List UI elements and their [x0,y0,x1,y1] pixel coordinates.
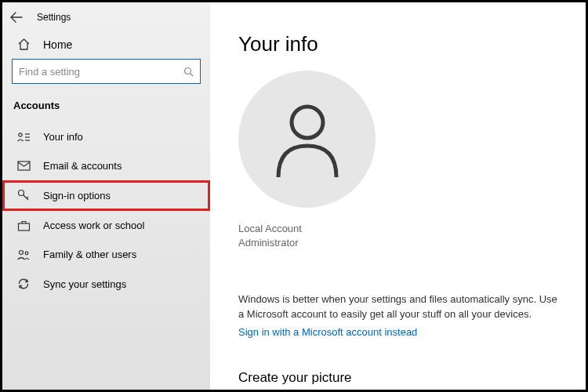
sign-in-ms-account-link[interactable]: Sign in with a Microsoft account instead [238,326,417,338]
account-role: Administrator [238,236,557,250]
sidebar-item-label: Sign-in options [43,190,111,201]
home-label: Home [43,38,72,51]
sidebar-item-label: Sync your settings [43,278,126,290]
sync-description: Windows is better when your settings and… [238,292,557,321]
profile-card-icon [16,132,31,143]
svg-point-12 [25,252,28,255]
home-nav[interactable]: Home [2,31,210,59]
page-title: Your info [238,32,557,56]
person-icon [272,100,343,179]
svg-line-1 [191,73,194,76]
sidebar-item-label: Your info [43,131,83,143]
window-title: Settings [37,12,71,23]
back-arrow-icon[interactable] [10,12,23,23]
key-icon [16,189,31,202]
avatar [238,71,376,208]
sidebar-item-label: Access work or school [43,220,144,231]
people-icon [16,249,31,260]
sync-icon [16,278,31,290]
sync-block: Windows is better when your settings and… [238,292,557,338]
search-input[interactable] [19,66,183,78]
create-picture-heading: Create your picture [238,370,557,386]
account-type: Local Account [238,222,557,236]
briefcase-icon [16,220,31,231]
svg-point-2 [18,132,21,136]
svg-point-11 [20,250,24,254]
search-box[interactable] [12,59,201,84]
svg-point-7 [18,191,24,196]
settings-window: Settings Home Accounts Your info [0,0,588,392]
sidebar-item-your-info[interactable]: Your info [2,122,210,151]
search-icon [183,67,194,77]
sidebar: Settings Home Accounts Your info [2,2,210,390]
sidebar-item-sync-settings[interactable]: Sync your settings [2,269,210,299]
topbar: Settings [2,9,210,31]
home-icon [16,38,31,51]
sidebar-item-label: Family & other users [43,249,136,260]
svg-point-13 [292,107,323,138]
sidebar-item-label: Email & accounts [43,160,122,172]
sidebar-item-email-accounts[interactable]: Email & accounts [2,151,210,180]
svg-line-9 [27,197,28,198]
mail-icon [16,161,31,171]
search-wrap [2,59,210,95]
sidebar-item-sign-in-options[interactable]: Sign-in options [2,180,210,211]
content-pane: Your info Local Account Administrator Wi… [210,2,586,390]
sidebar-item-family-users[interactable]: Family & other users [2,240,210,269]
svg-rect-10 [18,223,29,230]
svg-point-0 [185,67,191,74]
sidebar-item-access-work-school[interactable]: Access work or school [2,211,210,240]
section-title: Accounts [2,95,210,122]
